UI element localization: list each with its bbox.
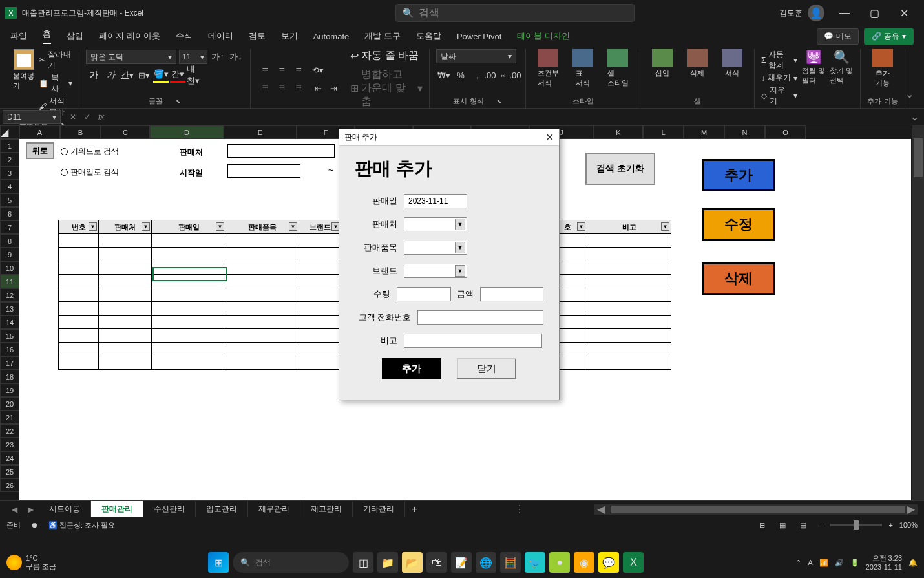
sheet-tab[interactable]: 기타관리	[353, 501, 405, 517]
number-format-dropdown[interactable]: 날짜▾	[436, 49, 516, 63]
note-input[interactable]	[404, 334, 542, 348]
column-header[interactable]: K	[594, 125, 643, 139]
column-header[interactable]: M	[684, 125, 724, 139]
paste-button[interactable]: 붙여넣기	[13, 49, 35, 91]
cell-style-button[interactable]: 셀 스타일	[602, 49, 633, 88]
clear-button[interactable]: ◇ 지우기 ▾	[761, 85, 797, 107]
select-all-corner[interactable]: ◢	[0, 125, 19, 139]
wrap-text-button[interactable]: ↩ 자동 줄 바꿈	[350, 49, 423, 63]
table-cell[interactable]	[59, 329, 99, 343]
macro-record-icon[interactable]: ⏺	[31, 521, 38, 529]
memo-button[interactable]: 💬 메모	[817, 28, 859, 45]
search-box[interactable]: 🔍 검색	[395, 4, 635, 22]
table-cell[interactable]	[587, 343, 671, 356]
row-header[interactable]: 6	[0, 207, 19, 220]
reset-search-button[interactable]: 검색 초기화	[585, 153, 655, 185]
column-header[interactable]: D	[150, 125, 224, 139]
row-header[interactable]: 25	[0, 465, 19, 478]
sheet-tab[interactable]: 입고관리	[196, 501, 248, 517]
table-cell[interactable]	[587, 302, 671, 316]
table-cell[interactable]	[99, 248, 152, 261]
row-header[interactable]: 15	[0, 329, 19, 343]
tab-home[interactable]: 홈	[43, 28, 51, 44]
table-cell[interactable]	[226, 248, 299, 261]
dialog-add-button[interactable]: 추가	[382, 358, 441, 379]
table-cell[interactable]	[152, 275, 226, 288]
row-header[interactable]: 11	[0, 275, 19, 288]
back-button[interactable]: 뒤로	[26, 142, 54, 159]
table-cell[interactable]	[226, 356, 299, 370]
table-cell[interactable]	[226, 343, 299, 356]
bold-button[interactable]: 가	[86, 67, 101, 83]
expand-formula-bar-button[interactable]: ⌄	[905, 111, 924, 123]
table-cell[interactable]	[299, 329, 342, 343]
app-icon-2[interactable]: ●	[549, 552, 570, 573]
column-header[interactable]: L	[643, 125, 684, 139]
row-header[interactable]: 16	[0, 343, 19, 356]
phone-input[interactable]	[417, 310, 543, 325]
align-left-button[interactable]: ≡	[257, 80, 273, 95]
row-header[interactable]: 20	[0, 397, 19, 411]
hscroll-thumb[interactable]	[611, 506, 905, 513]
vscroll-thumb[interactable]	[914, 138, 923, 177]
orientation-button[interactable]: ⟲▾	[310, 62, 326, 78]
table-cell[interactable]	[152, 248, 226, 261]
fx-button[interactable]: fx	[96, 112, 107, 122]
excel-taskbar-icon[interactable]: X	[623, 552, 644, 573]
table-cell[interactable]	[152, 356, 226, 370]
increase-indent-button[interactable]: ⇥	[326, 80, 341, 96]
table-cell[interactable]	[152, 234, 226, 248]
table-cell[interactable]	[152, 302, 226, 316]
page-break-button[interactable]: ▤	[796, 521, 810, 530]
collapse-ribbon-button[interactable]: ⌄	[905, 49, 918, 108]
table-cell[interactable]	[59, 261, 99, 275]
font-name-dropdown[interactable]: 맑은 고딕▾	[86, 50, 176, 64]
table-cell[interactable]	[99, 316, 152, 329]
row-header[interactable]: 8	[0, 234, 19, 248]
vertical-scrollbar[interactable]	[912, 125, 924, 500]
minimize-button[interactable]: —	[830, 0, 859, 26]
date-input[interactable]	[404, 194, 467, 208]
column-header[interactable]: C	[101, 125, 150, 139]
addins-button[interactable]: 추가 기능	[867, 49, 898, 88]
table-cell[interactable]	[587, 329, 671, 343]
table-header[interactable]: 판매처▼	[99, 220, 152, 234]
tab-file[interactable]: 파일	[10, 30, 27, 42]
app-icon-1[interactable]: 🐦	[525, 552, 545, 573]
column-header[interactable]: N	[724, 125, 765, 139]
row-header[interactable]: 23	[0, 438, 19, 451]
fill-color-button[interactable]: 🪣▾	[153, 67, 169, 83]
table-cell[interactable]	[587, 261, 671, 275]
qty-input[interactable]	[397, 287, 451, 301]
start-button[interactable]: ⊞	[208, 552, 229, 573]
tab-view[interactable]: 보기	[281, 30, 298, 42]
row-header[interactable]: 3	[0, 166, 19, 180]
taskbar-search[interactable]: 🔍검색	[233, 552, 349, 573]
tab-developer[interactable]: 개발 도구	[364, 30, 401, 42]
align-top-button[interactable]: ≡	[257, 63, 273, 78]
row-header[interactable]: 7	[0, 220, 19, 234]
page-layout-button[interactable]: ▦	[775, 521, 790, 530]
table-cell[interactable]	[99, 302, 152, 316]
sort-filter-button[interactable]: 🕎정렬 및 필터	[801, 49, 825, 85]
cut-button[interactable]: ✂ 잘라내기	[39, 49, 72, 71]
italic-button[interactable]: 가	[103, 67, 118, 83]
chrome-canary-icon[interactable]: ◉	[574, 552, 594, 573]
table-cell[interactable]	[59, 234, 99, 248]
row-header[interactable]: 2	[0, 153, 19, 166]
merge-center-button[interactable]: ⊞ 병합하고 가운데 맞춤 ▾	[350, 68, 423, 109]
font-color-button[interactable]: 간▾	[170, 67, 185, 83]
table-cell[interactable]	[152, 343, 226, 356]
enter-formula-button[interactable]: ✓	[81, 112, 93, 122]
delete-cells-button[interactable]: 삭제	[682, 49, 713, 78]
name-box[interactable]: D11▾	[3, 110, 61, 124]
prev-sheet-button[interactable]: ◀	[6, 505, 23, 514]
start-date-field[interactable]	[227, 164, 300, 178]
table-cell[interactable]	[587, 288, 671, 302]
column-header[interactable]: O	[765, 125, 806, 139]
zoom-in-button[interactable]: +	[888, 521, 892, 529]
edit-button[interactable]: 수정	[702, 208, 775, 241]
font-size-dropdown[interactable]: 11▾	[179, 50, 207, 64]
tab-table-design[interactable]: 테이블 디자인	[517, 30, 570, 42]
table-cell[interactable]	[152, 329, 226, 343]
